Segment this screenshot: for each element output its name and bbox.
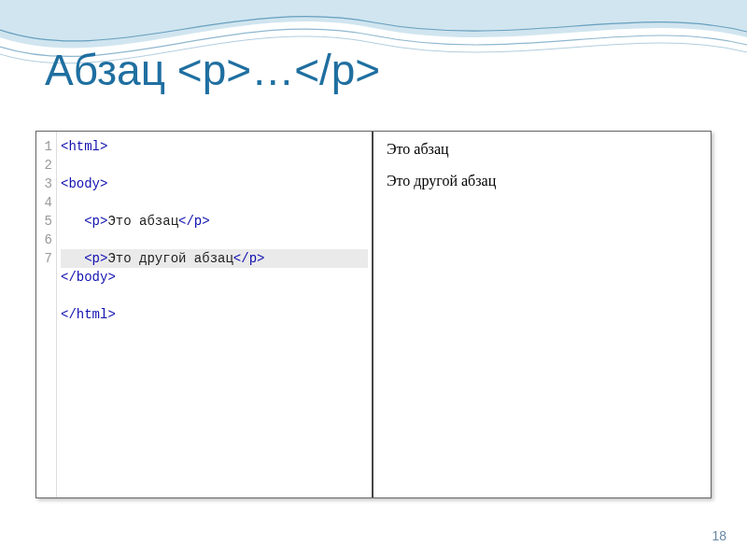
line-number-gutter: 1234567 [36, 132, 57, 497]
preview-pane: Это абзац Это другой абзац [374, 132, 711, 497]
tag-token: <p> [84, 214, 107, 229]
tag-token: </p> [178, 214, 210, 229]
code-line: <p>Это абзац</p> [61, 212, 368, 231]
text-token: Это абзац [107, 214, 178, 229]
code-line: </body> [61, 268, 368, 287]
tag-token: <p> [84, 251, 107, 266]
code-lines: <html> <body> <p>Это абзац</p> <p>Это др… [57, 132, 372, 497]
code-line: <html> [61, 137, 368, 156]
code-line: <p>Это другой абзац</p> [61, 249, 368, 268]
tag-token: </body> [61, 270, 116, 285]
page-number: 18 [712, 528, 726, 543]
tag-token: <html> [61, 139, 107, 154]
code-line [61, 343, 368, 361]
line-number: 6 [36, 231, 52, 249]
tag-token: <body> [61, 176, 107, 191]
line-number: 2 [36, 156, 52, 175]
line-number: 4 [36, 193, 52, 212]
slide-title: Абзац <p>…</p> [45, 45, 380, 95]
preview-paragraph-1: Это абзац [387, 141, 698, 158]
line-number: 7 [36, 249, 52, 268]
code-pane: 1234567 <html> <body> <p>Это абзац</p> <… [36, 132, 374, 497]
line-number: 5 [36, 212, 52, 231]
tag-token: </html> [61, 307, 116, 322]
code-line: <body> [61, 175, 368, 193]
tag-token: </p> [233, 251, 265, 266]
line-number: 3 [36, 175, 52, 193]
line-number: 1 [36, 137, 52, 156]
code-line: </html> [61, 305, 368, 324]
preview-paragraph-2: Это другой абзац [387, 173, 698, 189]
text-token: Это другой абзац [107, 251, 233, 266]
editor-frame: 1234567 <html> <body> <p>Это абзац</p> <… [35, 131, 712, 498]
